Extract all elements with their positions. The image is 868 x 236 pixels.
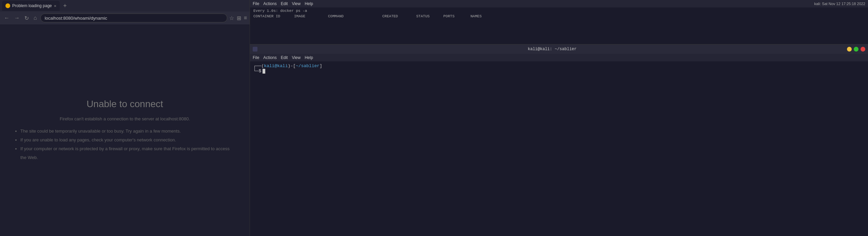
- prompt-dollar-line: └─$: [253, 68, 865, 74]
- home-button[interactable]: ⌂: [32, 14, 38, 22]
- terminal-clock: kali: Sat Nov 12 17:25:18 2022: [814, 2, 865, 6]
- prompt-path: ~/sablier: [296, 63, 320, 68]
- col-image: IMAGE: [294, 14, 328, 18]
- menu-icon[interactable]: ≡: [244, 15, 247, 21]
- terminal-bottom-titlebar: kali@kali: ~/sablier: [250, 44, 868, 54]
- prompt-bracket-2: )-[: [288, 63, 295, 68]
- prompt-line: ┌──(kali@kali)-[~/sablier]: [253, 63, 865, 68]
- terminal-small-icon: [253, 47, 257, 52]
- url-text: localhost:8080/whoami/dynamic: [45, 16, 107, 21]
- terminal-bottom-controls: [847, 47, 865, 52]
- browser-panel: Problem loading page × + ← → ↻ ⌂ localho…: [0, 0, 250, 236]
- col-ports: PORTS: [443, 14, 470, 18]
- terminal-close-button[interactable]: [861, 47, 865, 52]
- cursor: [263, 69, 265, 74]
- reading-list-icon[interactable]: ⊞: [237, 15, 241, 21]
- docker-table-header: CONTAINER ID IMAGE COMMAND CREATED STATU…: [253, 14, 865, 18]
- reload-button[interactable]: ↻: [23, 14, 30, 22]
- terminal-top: File Actions Edit View Help kali: Sat No…: [250, 0, 868, 44]
- right-panel: File Actions Edit View Help kali: Sat No…: [250, 0, 868, 236]
- terminal-top-menubar: File Actions Edit View Help kali: Sat No…: [250, 0, 868, 7]
- menu-view[interactable]: View: [292, 1, 301, 6]
- col-status: STATUS: [416, 14, 443, 18]
- prompt-user: kali@kali: [264, 63, 288, 68]
- bottom-menu-view[interactable]: View: [292, 55, 301, 60]
- terminal-bottom-body[interactable]: ┌──(kali@kali)-[~/sablier] └─$: [250, 61, 868, 236]
- error-list-item: If your computer or network is protected…: [20, 144, 236, 162]
- terminal-bottom-title: kali@kali: ~/sablier: [528, 47, 577, 52]
- tab-favicon: [5, 3, 10, 8]
- terminal-bottom-menubar: File Actions Edit View Help: [250, 54, 868, 61]
- tab-bar: Problem loading page × +: [0, 0, 250, 12]
- col-names: NAMES: [470, 14, 511, 18]
- bottom-menu-help[interactable]: Help: [305, 55, 313, 60]
- menu-file[interactable]: File: [253, 1, 259, 6]
- bookmark-icon[interactable]: ☆: [229, 15, 234, 21]
- col-container-id: CONTAINER ID: [253, 14, 294, 18]
- error-title: Unable to connect: [86, 99, 163, 110]
- active-tab[interactable]: Problem loading page ×: [2, 1, 60, 11]
- col-command: COMMAND: [328, 14, 382, 18]
- col-created: CREATED: [382, 14, 416, 18]
- prompt-open-bracket: ┌──(: [253, 63, 264, 68]
- address-bar[interactable]: localhost:8080/whoami/dynamic: [40, 14, 227, 22]
- prompt-corner: └─: [253, 68, 259, 74]
- browser-content: Unable to connect Firefox can't establis…: [0, 24, 250, 236]
- error-description: Firefox can't establish a connection to …: [60, 116, 190, 121]
- terminal-top-body: Every 1.0s: docker ps -a CONTAINER ID IM…: [250, 7, 868, 44]
- bottom-menu-file[interactable]: File: [253, 55, 259, 60]
- menu-edit[interactable]: Edit: [281, 1, 288, 6]
- bottom-menu-actions[interactable]: Actions: [263, 55, 276, 60]
- error-list: The site could be temporarily unavailabl…: [14, 127, 236, 162]
- error-list-item: If you are unable to load any pages, che…: [20, 136, 236, 144]
- prompt-close-bracket: ]: [320, 63, 322, 68]
- tab-title: Problem loading page: [12, 3, 52, 8]
- browser-chrome: Problem loading page × + ← → ↻ ⌂ localho…: [0, 0, 250, 24]
- menu-actions[interactable]: Actions: [263, 1, 276, 6]
- nav-bar: ← → ↻ ⌂ localhost:8080/whoami/dynamic ☆ …: [0, 12, 250, 24]
- terminal-bottom: kali@kali: ~/sablier File Actions Edit V…: [250, 44, 868, 236]
- tab-close-button[interactable]: ×: [54, 4, 57, 8]
- terminal-minimize-button[interactable]: [847, 47, 852, 52]
- new-tab-button[interactable]: +: [61, 2, 69, 9]
- nav-right-icons: ☆ ⊞ ≡: [229, 15, 247, 21]
- docker-watch-line: Every 1.0s: docker ps -a: [253, 9, 865, 13]
- error-list-item: The site could be temporarily unavailabl…: [20, 127, 236, 136]
- terminal-maximize-button[interactable]: [854, 47, 859, 52]
- forward-button[interactable]: →: [13, 14, 21, 22]
- bottom-menu-edit[interactable]: Edit: [281, 55, 288, 60]
- back-button[interactable]: ←: [3, 14, 11, 22]
- menu-help[interactable]: Help: [305, 1, 313, 6]
- prompt-dollar: $: [259, 68, 262, 74]
